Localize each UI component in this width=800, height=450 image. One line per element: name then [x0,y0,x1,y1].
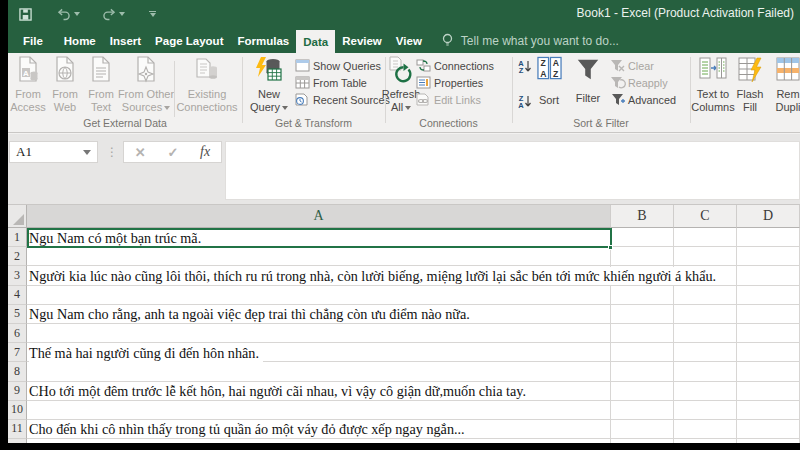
cell-b[interactable] [611,286,674,305]
text-to-columns-button[interactable]: Text to Columns [692,56,734,114]
advanced-filter-button[interactable]: Advanced [610,91,676,108]
cell-d[interactable] [737,286,800,305]
properties-button[interactable]: Properties [416,74,483,91]
save-icon[interactable] [19,8,32,21]
cell-b[interactable] [611,324,674,343]
cell-b[interactable] [611,305,674,324]
cell-c[interactable] [674,286,737,305]
cell-a[interactable] [27,401,611,420]
row-header[interactable]: 1 [8,228,27,247]
cell-d[interactable] [737,305,800,324]
cell-c[interactable] [674,228,737,247]
row-header[interactable]: 12 [8,439,27,443]
tab-insert[interactable]: Insert [103,28,148,53]
cell-b[interactable] [611,362,674,381]
cell-c[interactable] [674,324,737,343]
cell-c[interactable] [674,247,737,266]
tab-formulas[interactable]: Formulas [230,28,296,53]
tab-review[interactable]: Review [335,28,389,53]
from-access-button[interactable]: A From Access [10,56,46,114]
recent-sources-button[interactable]: Recent Sources [295,91,390,108]
show-queries-button[interactable]: Show Queries [295,57,381,74]
cell-b[interactable] [611,382,674,401]
row-header[interactable]: 11 [8,420,27,439]
cell-d[interactable] [737,362,800,381]
existing-connections-button[interactable]: Existing Connections [176,56,238,114]
select-all-button[interactable] [8,205,27,228]
sort-az-button[interactable]: AZ [517,58,533,75]
from-table-button[interactable]: From Table [295,74,367,91]
formula-input[interactable] [225,141,800,200]
column-header-d[interactable]: D [737,205,800,228]
column-header-b[interactable]: B [611,205,674,228]
cell-a[interactable] [27,362,611,381]
tab-file[interactable]: File [16,28,50,53]
filter-button[interactable]: Filter [568,56,608,105]
sort-za-button[interactable]: ZA [517,93,533,110]
cell-c[interactable] [674,439,737,443]
redo-dropdown[interactable] [119,12,125,16]
cell-a[interactable] [27,247,611,266]
flash-fill-button[interactable]: Flash Fill [732,56,768,114]
tab-data[interactable]: Data [296,30,335,53]
cell-d[interactable] [737,324,800,343]
from-text-button[interactable]: From Text [84,56,118,114]
cell-d[interactable] [737,266,800,285]
name-box-dropdown-icon[interactable] [83,150,91,155]
row-header[interactable]: 9 [8,382,27,401]
row-header[interactable]: 7 [8,343,27,362]
remove-duplicates-button[interactable]: Rem Dupli [768,56,800,114]
row-header[interactable]: 6 [8,324,27,343]
from-other-sources-button[interactable]: From Other Sources [120,56,172,114]
undo-button[interactable] [57,8,80,20]
edit-links-button[interactable]: Edit Links [416,91,481,108]
cell-d[interactable] [737,401,800,420]
cell-b[interactable] [611,439,674,443]
row-header[interactable]: 3 [8,266,27,285]
cell-d[interactable] [737,439,800,443]
enter-icon[interactable]: ✓ [167,145,178,160]
cell-d[interactable] [737,343,800,362]
row-header[interactable]: 2 [8,247,27,266]
undo-dropdown[interactable] [74,12,80,16]
customize-qat-button[interactable] [149,11,156,18]
cell-c[interactable] [674,420,737,439]
tab-home[interactable]: Home [57,28,103,53]
cell-a[interactable] [27,439,611,443]
new-query-button[interactable]: New Query [246,56,292,114]
cell-b[interactable] [611,401,674,420]
from-web-button[interactable]: From Web [48,56,82,114]
cell-b[interactable] [611,343,674,362]
row-header[interactable]: 4 [8,286,27,305]
cell-d[interactable] [737,228,800,247]
redo-button[interactable] [102,8,125,20]
cell-c[interactable] [674,382,737,401]
row-header[interactable]: 10 [8,401,27,420]
cell-b[interactable] [611,228,674,247]
cell-c[interactable] [674,343,737,362]
formula-bar-splitter[interactable]: ⋮ [106,145,118,159]
cell-d[interactable] [737,247,800,266]
refresh-all-button[interactable]: Refresh All [383,56,419,114]
cell-c[interactable] [674,305,737,324]
cancel-icon[interactable]: ✕ [135,145,146,160]
cell-d[interactable] [737,420,800,439]
cell-a[interactable] [27,324,611,343]
tell-me-box[interactable]: Tell me what you want to do... [441,28,619,53]
row-header[interactable]: 8 [8,362,27,381]
fill-handle[interactable] [608,245,613,250]
sort-button[interactable]: ZAAZ Sort [534,56,564,107]
cell-c[interactable] [674,401,737,420]
insert-function-icon[interactable]: fx [200,144,210,160]
cell-b[interactable] [611,420,674,439]
tab-view[interactable]: View [389,28,429,53]
clear-filter-button[interactable]: Clear [610,57,654,74]
tab-page-layout[interactable]: Page Layout [148,28,230,53]
reapply-filter-button[interactable]: Reapply [610,74,668,91]
row-header[interactable]: 5 [8,305,27,324]
column-header-c[interactable]: C [674,205,737,228]
connections-button[interactable]: Connections [416,57,494,74]
column-header-a[interactable]: A [27,205,611,228]
cell-c[interactable] [674,362,737,381]
cell-a[interactable] [27,286,611,305]
